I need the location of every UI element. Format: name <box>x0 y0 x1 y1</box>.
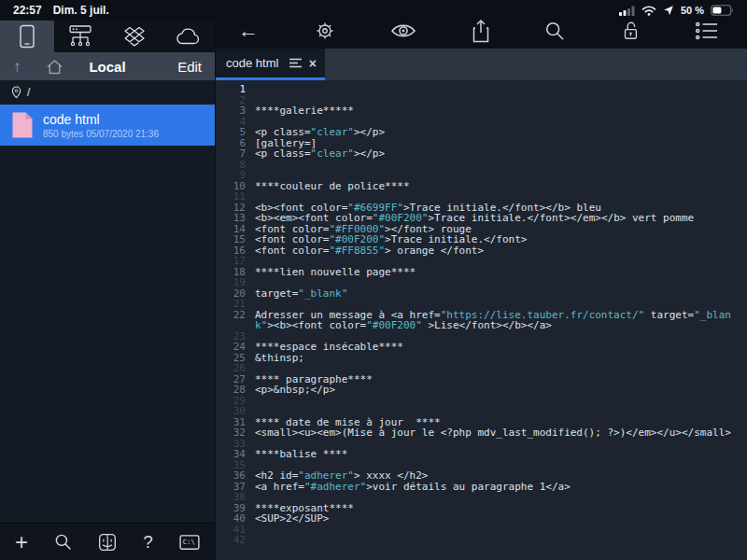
code-text: &thinsp; <box>255 353 743 364</box>
code-text <box>255 535 743 546</box>
code-line[interactable]: 22Adresser un message à <a href="https:/… <box>216 310 747 331</box>
file-row[interactable]: code html850 bytes 05/07/2020 21:36 <box>0 105 215 146</box>
edit-button[interactable]: Edit <box>177 59 202 75</box>
code-line[interactable]: 3****galerie***** <box>216 105 747 117</box>
line-number: 28 <box>216 385 246 396</box>
line-number: 3 <box>216 105 246 117</box>
line-number: 34 <box>216 449 246 460</box>
file-list: code html850 bytes 05/07/2020 21:36 <box>0 105 215 146</box>
tab-icloud[interactable] <box>162 21 216 52</box>
code-line[interactable]: 10****couleur de police**** <box>216 181 747 192</box>
code-text: <a href="#adherer">voir détails au parag… <box>255 482 743 493</box>
code-text: <small><u><em>(Mise à jour le <?php mdv_… <box>255 427 743 439</box>
help-icon[interactable]: ? <box>143 532 153 553</box>
ipad-icon <box>17 24 37 49</box>
code-text: <p class="clear"></p> <box>255 148 743 160</box>
home-icon[interactable] <box>46 59 63 75</box>
code-line[interactable]: 18****lien nouvelle page**** <box>216 267 747 278</box>
wifi-icon <box>641 5 656 16</box>
code-line[interactable]: 25&thinsp; <box>216 353 747 364</box>
code-line[interactable]: 20target="_blank" <box>216 288 747 300</box>
search-icon[interactable] <box>54 533 72 551</box>
lock-icon[interactable] <box>620 20 641 42</box>
status-date: Dim. 5 juil. <box>53 4 109 17</box>
code-line[interactable]: 41 <box>216 525 747 536</box>
code-text: Adresser un message à <a href="https://l… <box>255 310 743 331</box>
code-line[interactable]: 42 <box>216 535 747 546</box>
line-number: 26 <box>216 363 246 374</box>
code-line[interactable]: 40<SUP>2</SUP> <box>216 513 747 525</box>
tab-menu-icon[interactable] <box>289 58 302 68</box>
code-text: ****espace insécable**** <box>255 342 743 353</box>
finder-transfer-icon[interactable] <box>98 533 117 552</box>
code-line[interactable]: 37<a href="#adherer">voir détails au par… <box>216 482 747 493</box>
line-number: 21 <box>216 299 246 310</box>
code-text <box>255 160 743 171</box>
line-number: 19 <box>216 277 246 288</box>
terminal-icon[interactable]: C:\ <box>179 534 200 551</box>
up-directory-icon[interactable]: ↑ <box>13 59 21 75</box>
code-line[interactable]: 29 <box>216 396 747 407</box>
back-icon[interactable]: ← <box>238 21 259 41</box>
code-text: <font color="#FF8855"> orange </font> <box>255 245 743 257</box>
path-text: / <box>27 86 30 99</box>
code-line[interactable]: 34****balise **** <box>216 449 747 460</box>
tab-bar: code html × <box>216 49 747 80</box>
line-number: 30 <box>216 406 246 417</box>
storage-tabs <box>0 21 215 52</box>
line-number: 9 <box>216 170 246 181</box>
battery-percent: 50 % <box>681 5 704 16</box>
status-bar: 22:57 Dim. 5 juil. <box>0 0 747 21</box>
close-icon[interactable]: × <box>309 57 317 70</box>
code-line[interactable]: 7<p class="clear"></p> <box>216 148 747 160</box>
server-icon <box>68 24 92 49</box>
line-number: 5 <box>216 127 246 138</box>
line-number: 36 <box>216 470 246 482</box>
line-number: 40 <box>216 513 246 525</box>
code-text <box>255 525 743 536</box>
code-line[interactable]: 8 <box>216 160 747 171</box>
code-text: ****couleur de police**** <box>255 181 743 192</box>
code-text: <p>&nbsp;</p> <box>255 385 743 396</box>
share-icon[interactable] <box>472 19 490 43</box>
tab-remote-connections[interactable] <box>54 21 108 52</box>
code-line[interactable]: 16<font color="#FF8855"> orange </font> <box>216 245 747 257</box>
code-line[interactable]: 28<p>&nbsp;</p> <box>216 385 747 396</box>
tab-local-device[interactable] <box>0 21 54 52</box>
sidebar-toolbar: ↑ Local Edit <box>0 52 215 80</box>
eye-icon[interactable] <box>390 21 416 40</box>
line-number: 32 <box>216 427 246 439</box>
editor-pane: ← <box>215 0 747 560</box>
dropbox-icon <box>123 26 146 48</box>
textastic-app: 22:57 Dim. 5 juil. <box>0 0 747 560</box>
line-number: 17 <box>216 256 246 267</box>
file-name: code html <box>43 112 159 127</box>
file-meta: 850 bytes 05/07/2020 21:36 <box>43 129 159 139</box>
code-text: target="_blank" <box>255 288 743 300</box>
clock: 22:57 <box>13 4 42 17</box>
code-line[interactable]: 1 <box>216 84 747 95</box>
document-icon <box>11 111 34 139</box>
cellular-signal-icon <box>619 6 635 16</box>
line-number: 13 <box>216 213 246 224</box>
code-line[interactable]: 32<small><u><em>(Mise à jour le <?php md… <box>216 427 747 439</box>
line-number: 15 <box>216 234 246 245</box>
gear-icon[interactable] <box>314 20 336 42</box>
location-arrow-icon <box>663 5 674 16</box>
outline-list-icon[interactable] <box>695 21 719 41</box>
line-number: 38 <box>216 492 246 503</box>
current-path: / <box>0 80 215 105</box>
code-text: ****lien nouvelle page**** <box>255 267 743 278</box>
line-number: 1 <box>216 84 246 95</box>
line-number: 24 <box>216 342 246 353</box>
tab-code-html[interactable]: code html × <box>216 49 325 80</box>
tab-dropbox[interactable] <box>107 21 162 52</box>
sidebar-bottom-toolbar: + ? C:\ <box>0 523 215 560</box>
tab-title: code html <box>226 56 282 70</box>
code-editor[interactable]: 1 2 3****galerie*****4 5<p class="clear"… <box>216 80 747 560</box>
code-text: ****balise **** <box>255 449 743 460</box>
search-icon[interactable] <box>544 21 565 41</box>
add-icon[interactable]: + <box>15 531 28 553</box>
line-number: 7 <box>216 148 246 160</box>
battery-icon <box>711 5 734 16</box>
